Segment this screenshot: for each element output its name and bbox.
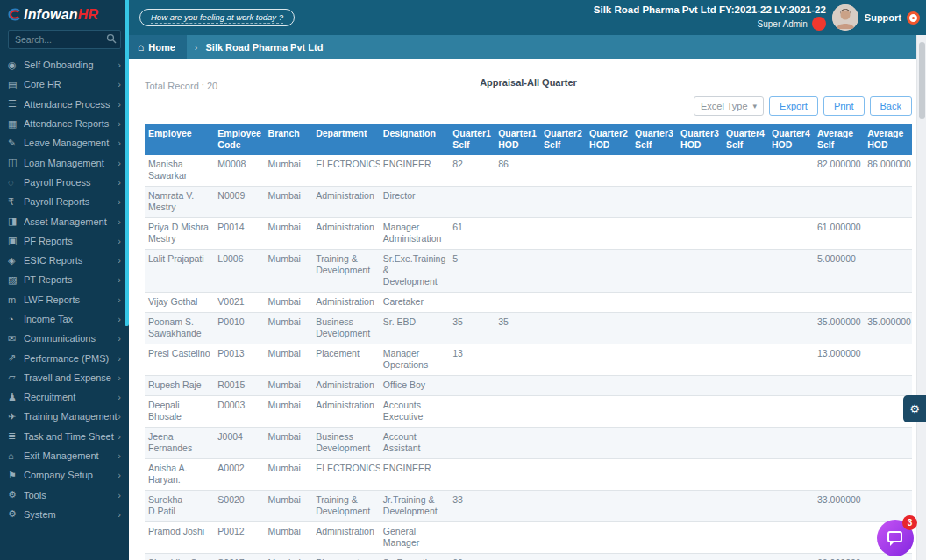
back-button[interactable]: Back (870, 96, 912, 116)
table-cell (864, 428, 912, 459)
sidebar-item-attendance-reports[interactable]: ▦Attendance Reports› (0, 114, 129, 133)
print-button[interactable]: Print (823, 96, 865, 116)
chevron-right-icon: › (118, 79, 121, 89)
attendance-reports-icon: ▦ (8, 118, 24, 130)
mood-check-button[interactable]: How are you feeling at work today ? (139, 9, 295, 26)
table-row[interactable]: Manisha SawarkarM0008MumbaiELECTRONICSEN… (145, 155, 912, 187)
table-row[interactable]: Priya D Mishra MestryP0014MumbaiAdminist… (145, 218, 912, 250)
sidebar-item-pf-reports[interactable]: ▣PF Reports› (0, 231, 129, 251)
support-link[interactable]: Support (865, 12, 901, 23)
main-scrollbar[interactable] (916, 35, 926, 560)
settings-gear-button[interactable]: ⚙ (903, 395, 926, 422)
excel-type-select[interactable]: Excel Type ▾ (694, 96, 764, 116)
table-row[interactable]: Shraddha S. MatkarS0017MumbaiPlacementSr… (145, 554, 912, 560)
chat-badge: 3 (902, 515, 917, 530)
sidebar-item-system[interactable]: ⚙System› (0, 505, 129, 524)
sidebar-item-payroll-process[interactable]: ◌Payroll Process› (0, 173, 129, 192)
sidebar-item-leave-management[interactable]: ✎Leave Management› (0, 133, 129, 152)
sidebar-item-performance-pms[interactable]: ⇗Performance (PMS)› (0, 348, 129, 367)
table-cell (586, 428, 631, 459)
notification-dot[interactable] (812, 17, 826, 31)
sidebar-item-lwf-reports[interactable]: mLWF Reports› (0, 290, 129, 309)
table-cell (768, 187, 814, 218)
sidebar-item-pt-reports[interactable]: ▨PT Reports› (0, 270, 129, 289)
table-cell (449, 428, 495, 459)
chat-button[interactable]: 3 (877, 520, 914, 556)
sidebar-item-company-setup[interactable]: ⚑Company Setup› (0, 465, 129, 485)
table-cell (540, 376, 586, 396)
sidebar-item-income-tax[interactable]: ◔Income Tax› (0, 309, 129, 329)
table-cell (723, 428, 768, 459)
table-cell (768, 522, 814, 554)
core-hr-icon: ▤ (8, 79, 24, 90)
sidebar-item-payroll-reports[interactable]: ₹Payroll Reports› (0, 192, 129, 211)
pf-reports-icon: ▣ (8, 235, 24, 246)
column-header: Quarter3 HOD (677, 124, 723, 155)
chevron-right-icon: › (118, 392, 121, 402)
sidebar-item-esic-reports[interactable]: ◈ESIC Reports› (0, 251, 129, 270)
table-cell: Placement (312, 344, 380, 376)
table-cell: Office Boy (380, 376, 449, 396)
main-scrollbar-thumb[interactable] (919, 42, 925, 119)
power-icon[interactable] (909, 14, 917, 22)
table-cell (449, 293, 495, 313)
table-cell: Administration (312, 522, 380, 554)
table-row[interactable]: Pramod JoshiP0012MumbaiAdministrationGen… (145, 522, 912, 554)
sidebar-item-asset-management[interactable]: ◨Asset Management› (0, 211, 129, 230)
table-cell: ENGINEER (380, 459, 449, 491)
table-row[interactable]: Anisha A. Haryan.A0002MumbaiELECTRONICSE… (145, 459, 912, 491)
breadcrumb-home[interactable]: ⌂ Home (129, 35, 187, 59)
avatar[interactable] (832, 4, 858, 31)
table-cell (677, 396, 723, 428)
table-row[interactable]: Deepali BhosaleD0003MumbaiAdministration… (145, 396, 912, 428)
sidebar-item-task-and-time-sheet[interactable]: ≣Task and Time Sheet› (0, 427, 129, 446)
table-row[interactable]: Presi CastelinoP0013MumbaiPlacementManag… (145, 344, 912, 376)
table-cell: P0014 (214, 218, 264, 250)
table-cell: Training & Development (312, 250, 380, 293)
column-header: Quarter2 Self (540, 124, 586, 155)
sidebar-item-exit-management[interactable]: ⌂Exit Management› (0, 446, 129, 465)
table-row[interactable]: Poonam S. SawakhandeP0010MumbaiBusiness … (145, 313, 912, 344)
table-cell: Business Development (312, 313, 380, 344)
sidebar-item-travel-and-expense[interactable]: ▱Travell and Expense› (0, 368, 129, 387)
chevron-right-icon: › (118, 314, 121, 324)
sidebar-item-label: Recruitment (24, 392, 118, 402)
table-cell (864, 344, 912, 376)
sidebar-menu: ◉Self Onboarding›▤Core HR›☰Attendance Pr… (0, 55, 129, 524)
sidebar-search-input[interactable] (8, 30, 121, 49)
table-cell: 35 (449, 313, 495, 344)
training-management-icon: ✈ (8, 411, 24, 422)
table-cell: Namrata V. Mestry (145, 187, 214, 218)
table-cell (586, 554, 631, 560)
table-cell (540, 313, 586, 344)
table-row[interactable]: Lalit PrajapatiL0006MumbaiTraining & Dev… (145, 250, 912, 293)
table-cell (814, 459, 864, 491)
table-cell: 33 (449, 491, 495, 522)
table-row[interactable]: Jeena FernandesJ0004MumbaiBusiness Devel… (145, 428, 912, 459)
table-cell (677, 250, 723, 293)
sidebar-scrollbar-thumb[interactable] (125, 0, 129, 326)
sidebar-item-communications[interactable]: ✉Communications› (0, 329, 129, 348)
table-row[interactable]: Vijay GothalV0021MumbaiAdministrationCar… (145, 293, 912, 313)
table-cell (768, 344, 814, 376)
sidebar-item-training-management[interactable]: ✈Training Management› (0, 407, 129, 426)
table-cell (586, 522, 631, 554)
sidebar-item-label: Core HR (24, 79, 118, 89)
table-row[interactable]: Rupesh RajeR0015MumbaiAdministrationOffi… (145, 376, 912, 396)
sidebar-item-loan-management[interactable]: ◫Loan Management› (0, 152, 129, 172)
sidebar-item-attendance-process[interactable]: ☰Attendance Process› (0, 95, 129, 114)
table-cell (586, 376, 631, 396)
table-cell: Administration (312, 396, 380, 428)
table-cell (768, 376, 814, 396)
sidebar-item-tools[interactable]: ⚙Tools› (0, 486, 129, 505)
table-row[interactable]: Surekha D.PatilS0020MumbaiTraining & Dev… (145, 491, 912, 522)
app-logo[interactable]: InfowanHR (0, 0, 129, 25)
table-cell: Director (380, 187, 449, 218)
table-cell (631, 376, 677, 396)
sidebar-item-recruitment[interactable]: ♟Recruitment› (0, 387, 129, 407)
sidebar-item-core-hr[interactable]: ▤Core HR› (0, 74, 129, 94)
sidebar-item-self-onboarding[interactable]: ◉Self Onboarding› (0, 55, 129, 74)
table-row[interactable]: Namrata V. MestryN0009MumbaiAdministrati… (145, 187, 912, 218)
export-button[interactable]: Export (769, 96, 818, 116)
table-cell: Vijay Gothal (145, 293, 214, 313)
